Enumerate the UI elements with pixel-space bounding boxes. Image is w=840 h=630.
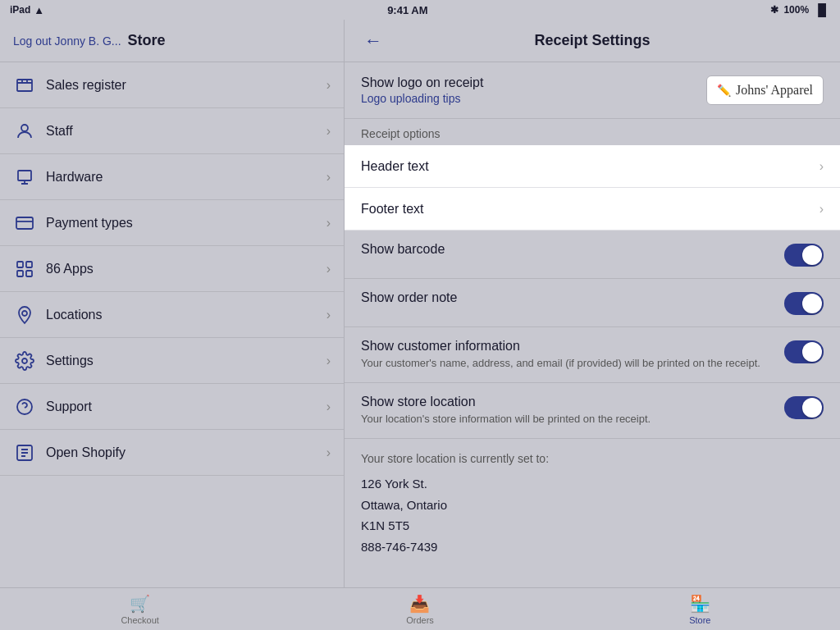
chevron-icon: › [326,216,331,231]
logo-text-group: Show logo on receipt Logo uploading tips [361,75,706,105]
svg-point-9 [22,358,27,363]
chevron-icon: › [326,308,331,322]
sidebar-label: Hardware [46,170,326,185]
page-title: Receipt Settings [534,32,650,49]
store-icon: 🏪 [690,594,710,614]
svg-rect-6 [17,271,23,276]
settings-icon [13,349,36,372]
sidebar-label: Staff [46,124,326,139]
content-area: Show logo on receipt Logo uploading tips… [345,62,840,587]
sidebar-label: Open Shopify [46,445,326,460]
svg-rect-4 [17,262,23,267]
sidebar-item-hardware[interactable]: Hardware › [0,154,344,200]
show-customer-info-toggle[interactable] [784,340,824,363]
sidebar-label: Locations [46,308,326,322]
svg-rect-2 [18,171,31,180]
chevron-icon: › [326,354,331,368]
checkout-icon: 🛒 [130,594,150,614]
pen-icon: ✏️ [717,84,731,98]
sidebar-item-sales-register[interactable]: Sales register › [0,62,344,108]
nav-right: ← Receipt Settings [345,20,840,62]
show-order-note-toggle[interactable] [784,292,824,315]
sidebar-item-apps[interactable]: 86 Apps › [0,246,344,292]
toggle-desc: Your location's store information will b… [361,412,774,427]
svg-rect-3 [16,217,33,229]
bluetooth-icon: ✱ [770,4,778,16]
sidebar-label: Sales register [46,78,326,93]
clock: 9:41 AM [387,4,427,16]
battery-icon: ▐▌ [814,3,830,16]
toggle-text: Show barcode [361,242,774,257]
wifi-icon: ▲ [34,4,44,16]
main-layout: Sales register › Staff › Hardware › Paym… [0,62,840,587]
toggle-title: Show customer information [361,339,774,354]
show-store-location-toggle[interactable] [784,396,824,419]
logout-link[interactable]: Log out Jonny B. G... [13,34,121,48]
sidebar-label: Settings [46,354,326,368]
svg-point-10 [17,399,32,414]
orders-icon: 📥 [409,594,430,614]
sidebar-item-locations[interactable]: Locations › [0,292,344,338]
chevron-icon: › [819,202,824,217]
show-customer-info-row: Show customer information Your customer'… [345,327,840,383]
tab-store[interactable]: 🏪 Store [560,588,840,630]
staff-icon [13,120,36,143]
logo-title: Show logo on receipt [361,75,706,90]
footer-text-row[interactable]: Footer text › [345,188,840,231]
tab-checkout[interactable]: 🛒 Checkout [0,588,280,630]
tab-store-label: Store [689,615,710,625]
address-label: Your store location is currently set to: [361,452,824,465]
show-barcode-toggle[interactable] [784,244,824,267]
logo-section: Show logo on receipt Logo uploading tips… [345,62,840,119]
sidebar-label: 86 Apps [46,262,326,276]
tab-bar: 🛒 Checkout 📥 Orders 🏪 Store [0,587,840,630]
header-text-row[interactable]: Header text › [345,145,840,188]
header-text-label: Header text [361,159,819,174]
toggle-text: Show customer information Your customer'… [361,339,774,371]
address-line4: 888-746-7439 [361,540,437,554]
toggle-title: Show store location [361,395,774,409]
show-store-location-row: Show store location Your location's stor… [345,383,840,439]
nav-left: Log out Jonny B. G... Store [0,20,345,62]
sidebar-item-staff[interactable]: Staff › [0,108,344,154]
footer-text-label: Footer text [361,202,819,217]
chevron-icon: › [819,159,824,174]
sidebar: Sales register › Staff › Hardware › Paym… [0,62,345,587]
toggle-text: Show store location Your location's stor… [361,395,774,427]
svg-rect-5 [26,262,32,267]
chevron-icon: › [326,445,331,460]
support-icon [13,395,36,418]
toggle-title: Show barcode [361,242,774,257]
tab-checkout-label: Checkout [121,615,158,625]
status-bar: iPad ▲ 9:41 AM ✱ 100% ▐▌ [0,0,840,20]
svg-point-8 [22,311,27,316]
chevron-icon: › [326,170,331,185]
receipt-options-header: Receipt options [345,119,840,145]
sidebar-item-payment-types[interactable]: Payment types › [0,200,344,246]
chevron-icon: › [326,124,331,139]
tab-orders[interactable]: 📥 Orders [280,588,559,630]
sidebar-item-settings[interactable]: Settings › [0,338,344,384]
chevron-icon: › [326,78,331,93]
sidebar-item-support[interactable]: Support › [0,384,344,430]
hardware-icon [13,166,36,189]
sidebar-item-open-shopify[interactable]: Open Shopify › [0,430,344,476]
address-section: Your store location is currently set to:… [345,439,840,570]
logo-uploading-tips-link[interactable]: Logo uploading tips [361,92,706,105]
toggle-title: Show order note [361,290,774,305]
back-button[interactable]: ← [358,27,389,55]
show-barcode-row: Show barcode [345,231,840,279]
chevron-icon: › [326,399,331,414]
store-title: Store [128,32,166,49]
network-status: iPad [10,4,30,16]
locations-icon [13,304,36,326]
apps-icon [13,258,36,281]
toggle-text: Show order note [361,290,774,305]
toggle-desc: Your customer's name, address, and email… [361,356,774,371]
logo-preview[interactable]: ✏️ Johns' Apparel [706,75,824,105]
shopify-icon [13,441,36,464]
sales-register-icon [13,74,36,97]
sidebar-label: Support [46,399,326,414]
sidebar-label: Payment types [46,216,326,231]
address-line2: Ottawa, Ontario [361,498,447,512]
